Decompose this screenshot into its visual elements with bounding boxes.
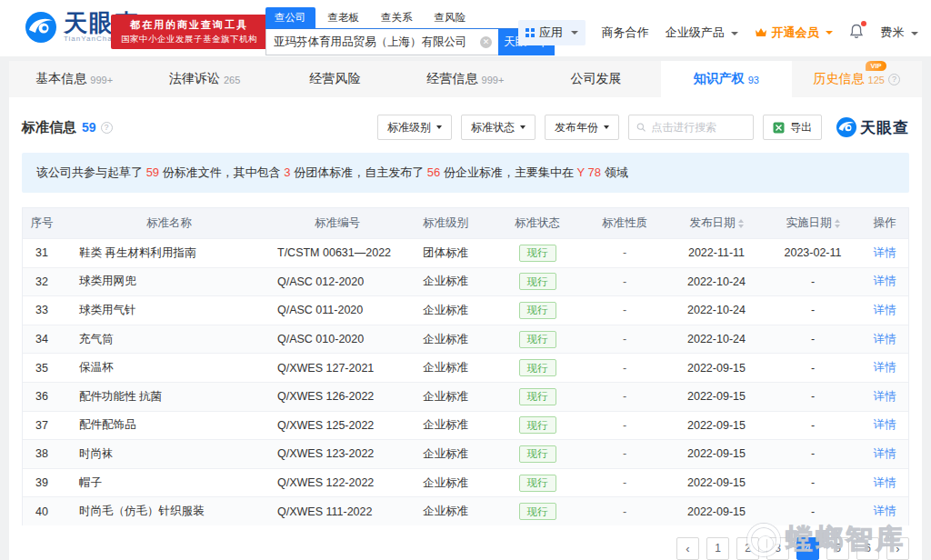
publish-date: 2022-10-24 [668, 304, 765, 316]
excel-icon [773, 122, 785, 134]
detail-link[interactable]: 详情 [874, 447, 896, 460]
standard-nature: - [581, 476, 668, 489]
detail-link[interactable]: 详情 [874, 275, 896, 287]
pagination: ‹ 1 2 3 4 5 6 › [22, 537, 909, 560]
detail-link[interactable]: 详情 [874, 418, 896, 431]
row-no: 31 [23, 246, 61, 259]
enterprise-product-menu[interactable]: 企业级产品 [666, 25, 739, 41]
publish-date: 2022-09-15 [668, 390, 765, 403]
open-vip-menu[interactable]: 开通会员 [755, 25, 833, 41]
table-row: 34 充气筒 Q/ASC 010-2020 企业标准 现行 - 2022-10-… [23, 325, 908, 354]
detail-link[interactable]: 详情 [874, 246, 896, 259]
apps-grid-icon [526, 28, 535, 37]
status-badge: 现行 [519, 475, 556, 492]
user-menu[interactable]: 费米 [880, 25, 918, 41]
search-tab-relation[interactable]: 查关系 [372, 7, 422, 28]
next-page-button[interactable]: › [886, 537, 909, 560]
standard-nature: - [581, 447, 668, 460]
clear-search-icon[interactable]: ✕ [480, 36, 492, 48]
nav-tab-basic-info[interactable]: 基本信息 999+ [9, 61, 139, 97]
detail-link[interactable]: 详情 [874, 390, 896, 403]
status-badge: 现行 [519, 388, 556, 405]
apps-menu[interactable]: 应用 [518, 20, 586, 45]
nav-tab-operation-risk[interactable]: 经营风险 [270, 61, 400, 97]
col-header-action: 操作 [861, 215, 908, 231]
nav-tab-legal-litigation[interactable]: 法律诉讼 265 [139, 61, 269, 97]
col-header-nature: 标准性质 [581, 215, 668, 231]
standard-name: 球类用网兜 [61, 274, 277, 289]
nav-tab-company-development[interactable]: 公司发展 [531, 61, 661, 97]
publish-date: 2022-09-15 [668, 505, 765, 518]
page-button-5[interactable]: 5 [826, 537, 849, 560]
table-row: 38 时尚袜 Q/XWES 123-2022 企业标准 现行 - 2022-09… [23, 439, 908, 468]
implement-date: - [765, 275, 861, 288]
standard-level: 企业标准 [397, 274, 494, 289]
nav-tab-history-info[interactable]: 历史信息 VIP 125 ? [792, 61, 922, 97]
filter-standard-level[interactable]: 标准级别 [377, 115, 452, 140]
detail-link[interactable]: 详情 [874, 361, 896, 374]
help-icon[interactable]: ? [101, 122, 113, 134]
crown-icon [755, 27, 767, 38]
implement-date: - [765, 390, 861, 403]
sort-impl-date-icon[interactable] [835, 219, 840, 228]
search-icon [636, 122, 646, 133]
search-tab-boss[interactable]: 查老板 [319, 7, 369, 28]
company-search-input[interactable] [265, 29, 498, 55]
publish-date: 2022-09-15 [668, 447, 765, 460]
page-button-4-active[interactable]: 4 [796, 537, 819, 560]
business-cooperation-link[interactable]: 商务合作 [602, 25, 649, 41]
standard-nature: - [581, 275, 668, 288]
implement-date: - [765, 304, 861, 316]
standard-code: Q/ASC 011-2020 [277, 304, 397, 316]
publish-date: 2022-10-24 [668, 333, 765, 345]
filter-standard-status[interactable]: 标准状态 [461, 115, 536, 140]
field-code: Y 78 [577, 165, 602, 179]
page-button-1[interactable]: 1 [706, 537, 729, 560]
publish-date: 2022-09-15 [668, 362, 765, 375]
sort-pub-date-icon[interactable] [738, 219, 744, 228]
detail-link[interactable]: 详情 [874, 333, 896, 345]
col-header-status: 标准状态 [494, 215, 581, 231]
standard-name: 保温杯 [61, 360, 277, 375]
page-button-6[interactable]: 6 [856, 537, 879, 560]
detail-link[interactable]: 详情 [874, 476, 896, 489]
standard-code: T/CSTM 00631—2022 [277, 246, 397, 259]
search-tab-company[interactable]: 查公司 [265, 7, 315, 28]
table-search-box[interactable] [628, 115, 754, 140]
standard-nature: - [581, 390, 668, 403]
standard-code: Q/XWES 123-2022 [277, 447, 397, 460]
prev-page-button[interactable]: ‹ [676, 537, 699, 560]
table-search-input[interactable] [651, 121, 746, 134]
standard-name: 鞋类 再生材料利用指南 [61, 245, 277, 261]
nav-tab-operation-info[interactable]: 经营信息 999+ [400, 61, 530, 97]
standard-code: Q/ASC 012-2020 [277, 275, 397, 288]
nav-tab-intellectual-property[interactable]: 知识产权 93 [661, 61, 791, 97]
detail-link[interactable]: 详情 [874, 304, 896, 316]
page-button-3[interactable]: 3 [766, 537, 789, 560]
implement-date: - [765, 419, 861, 432]
detail-link[interactable]: 详情 [874, 505, 896, 517]
top-header: 天眼查 TianYanCha.com 都在用的商业查询工具 国家中小企业发展子基… [0, 0, 931, 56]
chevron-down-icon [436, 125, 442, 129]
filter-publish-year[interactable]: 发布年份 [545, 115, 619, 140]
standards-table: 序号 标准名称 标准编号 标准级别 标准状态 标准性质 发布日期 实施日期 操作… [22, 207, 909, 525]
tianyancha-watermark-logo: 天眼查 [836, 117, 909, 138]
status-badge: 现行 [519, 503, 556, 520]
notification-bell-icon[interactable] [849, 24, 864, 43]
table-header-row: 序号 标准名称 标准编号 标准级别 标准状态 标准性质 发布日期 实施日期 操作 [23, 208, 908, 238]
search-tab-risk[interactable]: 查风险 [425, 7, 476, 28]
export-button[interactable]: 导出 [763, 115, 822, 140]
standard-nature: - [581, 333, 668, 345]
page-button-2[interactable]: 2 [736, 537, 759, 560]
standard-name: 充气筒 [61, 332, 277, 347]
enterprise-standards-count: 56 [427, 165, 440, 179]
standard-name: 配件配饰品 [61, 417, 277, 433]
tianyancha-logo-icon [836, 117, 856, 137]
standard-name: 球类用气针 [61, 303, 277, 318]
standard-nature: - [581, 362, 668, 375]
standard-level: 企业标准 [397, 332, 494, 347]
standard-name: 配件功能性 抗菌 [61, 389, 277, 405]
standard-level: 企业标准 [397, 446, 494, 462]
help-icon[interactable]: ? [888, 74, 900, 85]
table-row: 40 时尚毛（仿毛）针织服装 Q/XWES 111-2022 企业标准 现行 -… [23, 496, 908, 525]
